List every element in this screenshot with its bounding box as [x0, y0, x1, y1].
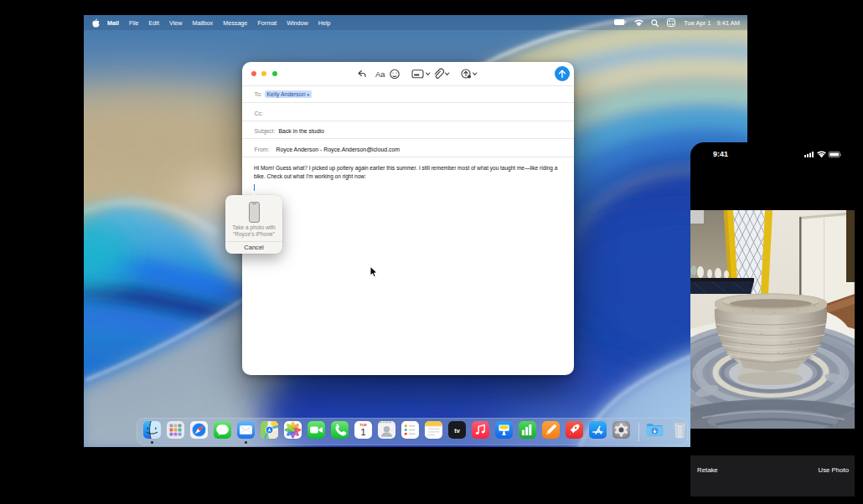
svg-text:tv: tv [454, 427, 460, 435]
svg-text:1: 1 [360, 427, 365, 437]
svg-text:Aa: Aa [375, 69, 385, 79]
